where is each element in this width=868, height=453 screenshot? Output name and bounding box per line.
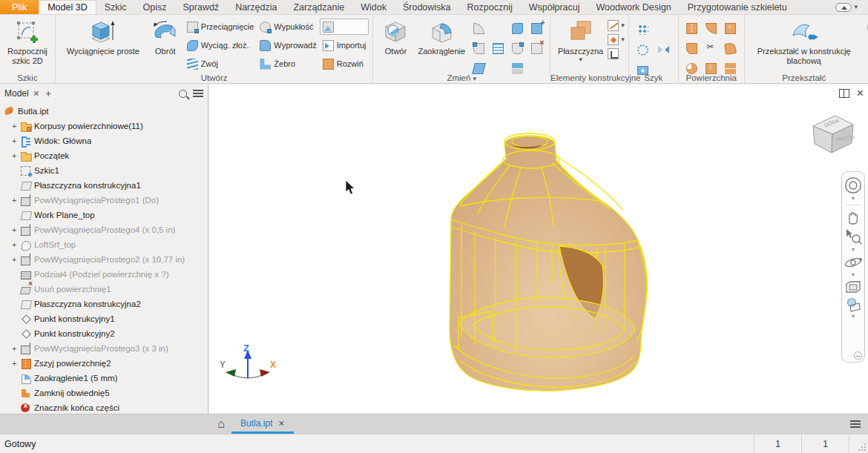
tree-item-punkt2[interactable]: Punkt konstrukcyjny2 bbox=[0, 326, 208, 341]
chevron-down-icon[interactable]: ▾ bbox=[852, 247, 855, 253]
tab-wspolpracuj[interactable]: Współpracuj bbox=[521, 0, 588, 14]
mirror-button[interactable] bbox=[654, 39, 674, 60]
chamfer-button[interactable] bbox=[469, 19, 488, 39]
tree-item-zaokraglenie1[interactable]: Zaokrąglenie1 (5 mm) bbox=[0, 371, 208, 386]
revolve-button[interactable]: Obrót bbox=[147, 16, 184, 73]
tree-item-widok[interactable]: Widok: Główna bbox=[0, 133, 208, 148]
work-plane-button[interactable]: Płaszczyzna ▾ bbox=[554, 16, 607, 73]
tree-item-loftsrf[interactable]: LoftSrf_top bbox=[0, 237, 208, 252]
tile-windows-icon[interactable] bbox=[839, 89, 849, 98]
zoom-icon[interactable] bbox=[844, 228, 862, 245]
emboss-button[interactable]: Wypukłość bbox=[257, 19, 319, 35]
trim-surface-button[interactable] bbox=[702, 39, 721, 59]
graphics-viewport[interactable]: Z Y X GÓRA PRZÓD ▾ bbox=[209, 85, 868, 414]
tree-item-butla[interactable]: Butla.ipt bbox=[0, 104, 208, 119]
expand-toggle[interactable] bbox=[12, 225, 21, 234]
coil-button[interactable]: Zwój bbox=[184, 56, 257, 72]
browser-menu-icon[interactable] bbox=[193, 90, 203, 97]
extrude-button[interactable]: Wyciągnięcie proste bbox=[59, 16, 147, 73]
tab-opisz[interactable]: Opisz bbox=[135, 0, 175, 14]
add-browser-tab-button[interactable] bbox=[45, 87, 51, 99]
tree-item-znacznik[interactable]: Znacznik końca części bbox=[0, 400, 208, 414]
fillet-button[interactable]: Zaokrąglenie bbox=[414, 16, 469, 73]
expand-toggle[interactable] bbox=[12, 196, 21, 205]
work-ucs-button[interactable] bbox=[607, 47, 619, 60]
expand-toggle[interactable] bbox=[12, 151, 21, 160]
expand-toggle[interactable] bbox=[12, 240, 21, 249]
tree-item-zszyj[interactable]: Zszyj powierzchnię2 bbox=[0, 356, 208, 371]
sculpt-button[interactable] bbox=[721, 39, 740, 59]
tree-item-plaszczyzna1[interactable]: Płaszczyzna konstrukcyjna1 bbox=[0, 178, 208, 193]
navbar-minimize-icon[interactable] bbox=[854, 351, 862, 360]
chevron-down-icon[interactable]: ▾ bbox=[852, 314, 855, 320]
search-icon[interactable] bbox=[179, 90, 187, 98]
close-icon[interactable] bbox=[33, 87, 39, 99]
tree-item-pow3[interactable]: PowWyciągnięciaProstego3 (x 3 in) bbox=[0, 341, 208, 356]
loft-button[interactable]: Wyciąg. złoż. bbox=[184, 37, 257, 53]
expand-toggle[interactable] bbox=[12, 122, 21, 130]
tree-item-korpusy[interactable]: Korpusy powierzchniowe(11) bbox=[0, 119, 208, 133]
sweep-button[interactable]: Przeciągnięcie bbox=[184, 19, 257, 35]
derive-button[interactable]: Wyprowadź bbox=[257, 37, 319, 53]
document-tab-butla[interactable]: Butla.ipt bbox=[231, 414, 294, 434]
bottle-3d-model[interactable] bbox=[209, 85, 868, 414]
stitch-surface-button[interactable] bbox=[683, 19, 702, 39]
shell-button[interactable] bbox=[507, 39, 527, 59]
tab-szkic[interactable]: Szkic bbox=[96, 0, 135, 14]
orbit-icon[interactable] bbox=[844, 254, 863, 271]
rib-button[interactable]: Żebro bbox=[257, 56, 319, 72]
rectangular-pattern-button[interactable] bbox=[633, 19, 654, 39]
tree-item-pow1[interactable]: PowWyciągnięciaProstego1 (Do) bbox=[0, 193, 208, 208]
tree-item-workplane-top[interactable]: Work Plane_top bbox=[0, 208, 208, 222]
chevron-down-icon[interactable]: ▾ bbox=[852, 196, 855, 202]
tree-item-usun-pow[interactable]: Usuń powierzchnię1 bbox=[0, 282, 208, 297]
navigation-wheel-icon[interactable] bbox=[844, 176, 862, 194]
start-2d-sketch-button[interactable]: Rozpocznij szkic 2D bbox=[4, 16, 51, 73]
doctab-menu-icon[interactable] bbox=[850, 420, 861, 428]
tab-sprawdz[interactable]: Sprawdź bbox=[174, 0, 227, 14]
resize-grip[interactable] bbox=[849, 434, 868, 453]
convert-sheet-metal-button[interactable]: Przekształć w konstrukcję blachową bbox=[749, 16, 860, 73]
expand-toggle[interactable] bbox=[12, 359, 21, 368]
tab-rozpocznij[interactable]: Rozpocznij bbox=[459, 0, 521, 14]
unwrap-button[interactable]: Rozwiń bbox=[320, 56, 369, 72]
combine-button[interactable] bbox=[507, 19, 527, 39]
tab-woodwork-design[interactable]: Woodwork Design bbox=[588, 0, 679, 14]
extend-surface-button[interactable] bbox=[721, 19, 740, 39]
view-cube[interactable]: GÓRA PRZÓD bbox=[806, 108, 858, 160]
corner-button[interactable] bbox=[469, 39, 488, 59]
thread-button[interactable] bbox=[488, 39, 507, 59]
delete-face-button[interactable] bbox=[527, 39, 546, 59]
expand-toggle[interactable] bbox=[12, 255, 21, 264]
chevron-down-icon[interactable]: ▾ bbox=[852, 272, 855, 278]
tree-item-zamknij[interactable]: Zamknij obwiednię5 bbox=[0, 386, 208, 400]
tab-srodowiska[interactable]: Środowiska bbox=[395, 0, 459, 14]
expand-toggle[interactable] bbox=[12, 136, 21, 145]
view-face-icon[interactable] bbox=[845, 296, 861, 312]
pan-hand-icon[interactable] bbox=[845, 208, 861, 226]
tree-item-punkt1[interactable]: Punkt konstrukcyjny1 bbox=[0, 311, 208, 326]
expand-toggle[interactable] bbox=[12, 344, 21, 353]
hole-button[interactable]: Otwór bbox=[377, 16, 414, 73]
tree-item-poczatek[interactable]: Początek bbox=[0, 148, 208, 163]
tree-item-szkic1[interactable]: Szkic1 bbox=[0, 163, 208, 178]
tree-item-pow2[interactable]: PowWyciągnięciaProstego2 (x 10,77 in) bbox=[0, 252, 208, 267]
tab-model-3d[interactable]: Model 3D bbox=[39, 0, 96, 14]
tab-przygotowanie-szkieletu[interactable]: Przygotowanie szkieletu bbox=[680, 0, 795, 14]
work-point-button[interactable] bbox=[607, 33, 619, 46]
browser-tab-model[interactable]: Model bbox=[4, 87, 39, 99]
ribbon-display-toggle[interactable]: ▾ bbox=[825, 0, 868, 14]
bend-surface-button[interactable] bbox=[702, 19, 721, 39]
import-button[interactable]: Importuj bbox=[320, 37, 369, 53]
file-menu-button[interactable]: Plik bbox=[0, 0, 39, 14]
circular-pattern-button[interactable] bbox=[633, 39, 654, 60]
tab-widok[interactable]: Widok bbox=[352, 0, 395, 14]
close-icon[interactable] bbox=[278, 417, 284, 429]
tab-narzedzia[interactable]: Narzędzia bbox=[227, 0, 285, 14]
tree-item-plaszczyzna2[interactable]: Płaszczyzna konstrukcyjna2 bbox=[0, 297, 208, 311]
boss-button[interactable] bbox=[527, 19, 546, 39]
tab-zarzadzanie[interactable]: Zarządzanie bbox=[285, 0, 352, 14]
tree-item-pow4[interactable]: PowWyciągnięciaProstego4 (x 0,5 in) bbox=[0, 222, 208, 237]
close-document-icon[interactable] bbox=[857, 87, 864, 99]
decal-button[interactable] bbox=[320, 19, 369, 35]
